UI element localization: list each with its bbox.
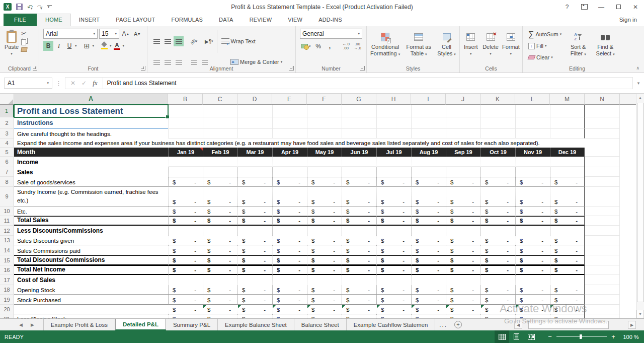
cell-H7[interactable] [376, 167, 411, 177]
cell-I6[interactable] [411, 157, 446, 167]
cell-B17[interactable] [168, 275, 203, 285]
cell-C19[interactable]: $- [203, 295, 237, 305]
cell-K20[interactable]: $- [480, 305, 515, 314]
ribbon-tab-data[interactable]: DATA [211, 14, 242, 26]
cell-L9[interactable]: $- [515, 187, 550, 207]
insert-cells-button[interactable]: Insert ▾ [462, 29, 479, 57]
cell-G10[interactable]: $- [342, 207, 376, 216]
insert-function-icon[interactable]: fx [93, 79, 97, 87]
cell-G15[interactable]: $- [342, 255, 376, 265]
cell-H1[interactable] [376, 105, 411, 117]
increase-font-size-button[interactable]: A▲ [121, 29, 131, 39]
column-header-b[interactable]: B [168, 94, 203, 105]
font-size-select[interactable]: 15▾ [99, 29, 119, 39]
copy-icon[interactable] [21, 39, 26, 45]
help-button[interactable]: ? [558, 0, 576, 14]
paste-dropdown-icon[interactable]: ▾ [11, 50, 13, 57]
cell-H3[interactable] [376, 129, 411, 139]
font-name-select[interactable]: Arial▾ [43, 29, 98, 39]
cell-G2[interactable] [342, 117, 376, 129]
cell-A20[interactable] [14, 305, 168, 314]
bottom-align-button[interactable] [174, 36, 184, 46]
cell-E8[interactable]: $- [272, 177, 307, 187]
cell-F12[interactable] [307, 226, 342, 236]
ribbon-tab-home[interactable]: HOME [37, 14, 71, 26]
month-header-oct-19[interactable]: Oct 19 [480, 148, 515, 157]
cell-B6[interactable] [168, 157, 203, 167]
scroll-right-icon[interactable]: ▶ [628, 321, 636, 329]
customize-quick-access-icon[interactable] [47, 4, 53, 10]
cell-E20[interactable]: $- [272, 305, 307, 314]
bold-button[interactable]: B [43, 41, 53, 51]
column-header-h[interactable]: H [376, 94, 411, 105]
cell-N20[interactable] [585, 305, 620, 314]
ribbon-tab-file[interactable]: FILE [4, 14, 37, 26]
minimize-button[interactable]: — [593, 0, 610, 14]
column-header-j[interactable]: J [446, 94, 480, 105]
cell-C15[interactable]: $- [203, 255, 237, 265]
sheet-tab-summary-p-l[interactable]: Summary P&L [166, 319, 218, 330]
cell-N5[interactable] [585, 148, 620, 157]
column-header-n[interactable]: N [585, 94, 620, 105]
month-header-jun-19[interactable]: Jun 19 [342, 148, 376, 157]
cell-A13[interactable]: Sales Discounts given [14, 236, 168, 245]
accounting-format-button[interactable]: ▾ [300, 41, 312, 51]
cell-D1[interactable] [237, 105, 272, 117]
cell-I1[interactable] [411, 105, 446, 117]
cell-G16[interactable]: $- [342, 265, 376, 275]
cell-M1[interactable] [550, 105, 585, 117]
row-header-10[interactable]: 10 [0, 207, 14, 216]
number-format-select[interactable]: General▾ [300, 29, 362, 39]
cell-H20[interactable]: $- [376, 305, 411, 314]
cell-E6[interactable] [272, 157, 307, 167]
cell-D2[interactable] [237, 117, 272, 129]
cell-G19[interactable]: $- [342, 295, 376, 305]
month-header-jul-19[interactable]: Jul 19 [376, 148, 411, 157]
cell-K3[interactable] [480, 129, 515, 139]
column-header-i[interactable]: I [411, 94, 446, 105]
vertical-scroll-thumb[interactable] [637, 103, 643, 302]
cell-L6[interactable] [515, 157, 550, 167]
row-header-8[interactable]: 8 [0, 177, 14, 187]
row-header-14[interactable]: 14 [0, 245, 14, 255]
cell-L11[interactable]: $- [515, 216, 550, 226]
row-header-7[interactable]: 7 [0, 167, 14, 177]
cell-G12[interactable] [342, 226, 376, 236]
cell-I13[interactable]: $- [411, 236, 446, 245]
cell-K12[interactable] [480, 226, 515, 236]
cell-B21[interactable]: $- [168, 314, 203, 318]
cell-H18[interactable]: $- [376, 285, 411, 295]
horizontal-scroll-thumb[interactable] [528, 321, 609, 329]
cell-L12[interactable] [515, 226, 550, 236]
next-sheet-icon[interactable]: ▶ [31, 322, 34, 327]
cell-F16[interactable]: $- [307, 265, 342, 275]
cell-J8[interactable]: $- [446, 177, 480, 187]
redo-button[interactable]: ↷▾ [37, 3, 42, 12]
cell-G9[interactable]: $- [342, 187, 376, 207]
cell-D15[interactable]: $- [237, 255, 272, 265]
cell-F17[interactable] [307, 275, 342, 285]
cell-I3[interactable] [411, 129, 446, 139]
cell-K11[interactable]: $- [480, 216, 515, 226]
cell-N12[interactable] [585, 226, 620, 236]
month-header-aug-19[interactable]: Aug 19 [411, 148, 446, 157]
row-header-3[interactable]: 3 [0, 129, 14, 139]
cell-A8[interactable]: Sale of goods/services [14, 177, 168, 187]
row-header-11[interactable]: 11 [0, 216, 14, 226]
fill-color-button[interactable] [99, 41, 109, 51]
cell-M7[interactable] [550, 167, 585, 177]
cell-G18[interactable]: $- [342, 285, 376, 295]
cell-N17[interactable] [585, 275, 620, 285]
cell-E17[interactable] [272, 275, 307, 285]
cell-I9[interactable]: $- [411, 187, 446, 207]
font-color-dropdown-icon[interactable]: ▾ [123, 44, 125, 48]
column-header-f[interactable]: F [307, 94, 342, 105]
cell-A4[interactable]: Expand the sales income and expenses are… [14, 139, 168, 148]
cell-J21[interactable]: $- [446, 314, 480, 318]
cell-K2[interactable] [480, 117, 515, 129]
cell-B7[interactable] [168, 167, 203, 177]
cell-J10[interactable]: $- [446, 207, 480, 216]
cell-K17[interactable] [480, 275, 515, 285]
cell-L18[interactable]: $- [515, 285, 550, 295]
format-cells-button[interactable]: Format ▾ [502, 29, 520, 57]
